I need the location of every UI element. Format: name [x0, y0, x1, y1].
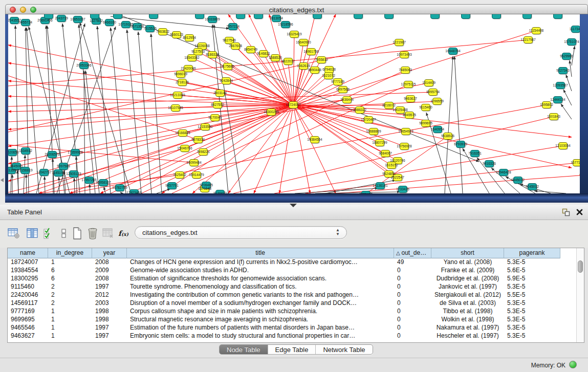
graph-node-label: 7625402: [173, 173, 186, 177]
table-settings-button[interactable]: [6, 225, 21, 242]
graph-node-label: 15751074: [564, 40, 579, 43]
table-row[interactable]: 1938455462009Genome-wide association stu…: [8, 267, 576, 275]
tab-edge-table[interactable]: Edge Table: [268, 345, 316, 355]
network-canvas[interactable]: 2043557945572420691406204371910653287132…: [8, 14, 580, 193]
graph-node-label: 9529966: [560, 54, 573, 58]
column-header-in_degree[interactable]: in_degree: [48, 248, 92, 258]
tab-network-table[interactable]: Network Table: [316, 345, 372, 355]
graph-node[interactable]: [554, 14, 562, 19]
graph-node[interactable]: [45, 14, 53, 19]
graph-node-label: 14136141: [373, 184, 388, 187]
column-header-pagerank[interactable]: pagerank: [504, 248, 560, 258]
graph-node[interactable]: [236, 14, 245, 19]
table-cell-name: 9115460: [8, 283, 48, 291]
table-cell-short: Wolkin et al. (1998): [431, 316, 504, 324]
graph-node-label: 9896019: [174, 72, 187, 76]
table-panel-titlebar[interactable]: Table Panel: [0, 205, 588, 220]
panel-divider-grip[interactable]: [290, 204, 297, 207]
graph-node-label: 2867608: [229, 44, 242, 48]
column-header-title[interactable]: title: [127, 248, 394, 258]
select-rows-button[interactable]: [41, 225, 56, 242]
column-header-name[interactable]: name: [8, 248, 48, 258]
graph-node-label: 1096559: [430, 99, 444, 103]
graph-node-label: 9538926: [441, 134, 454, 138]
table-row[interactable]: 946362711997Embryonic stem cells: a mode…: [8, 332, 576, 340]
graph-node[interactable]: [149, 14, 158, 19]
table-selector-dropdown[interactable]: citations_edges.txt ▲▼: [135, 226, 347, 239]
graph-node-label: 19756928: [397, 144, 412, 148]
memory-status-indicator[interactable]: [569, 361, 577, 368]
graph-node-label: 16958107: [96, 181, 111, 184]
graph-node[interactable]: [195, 14, 204, 19]
table-cell-short: de Silva et al. (2003): [431, 299, 504, 308]
panel-resize-arrow-icon[interactable]: [1, 178, 4, 182]
graph-node-label: 9313594: [8, 168, 18, 172]
table-row[interactable]: 1456911722003Disruption of a novel membe…: [8, 299, 576, 308]
graph-node[interactable]: [114, 14, 122, 19]
graph-node-label: 1362615: [297, 64, 310, 68]
table-cell-pagerank: 5.3E-5: [504, 332, 560, 340]
table-cell-out_de: 0: [394, 275, 431, 283]
table-cell-pagerank: 5.3E-5: [504, 316, 560, 324]
graph-node[interactable]: [462, 14, 470, 19]
graph-node-label: 1221987: [393, 40, 406, 44]
table-columns-button[interactable]: [25, 225, 40, 242]
table-cell-year: 2008: [92, 275, 127, 283]
table-cell-name: 18300295: [8, 275, 48, 283]
table-row[interactable]: 1830029562008Estimation of significance …: [8, 275, 576, 283]
graph-node-label: 18300295: [264, 110, 279, 114]
function-builder-button[interactable]: f(x): [116, 225, 131, 242]
column-header-short[interactable]: short: [431, 248, 504, 258]
graph-node[interactable]: [385, 14, 394, 19]
table-cell-title: Embryonic stem cells: a model to study s…: [127, 332, 394, 340]
table-row[interactable]: 911546021997Tourette syndrome. Phenomeno…: [8, 283, 576, 291]
close-panel-icon[interactable]: [576, 208, 583, 216]
network-window-title: citations_edges.txt: [6, 6, 587, 14]
table-row[interactable]: 1872400712008Changes of HCN gene express…: [8, 258, 576, 267]
graph-node[interactable]: [313, 14, 322, 19]
table-row[interactable]: 977716911998Corpus callosum shape and si…: [8, 308, 576, 316]
graph-node-label: 18724007: [286, 103, 301, 106]
column-header-out_de[interactable]: △ out_de…: [394, 248, 431, 258]
graph-node-label: 20206576: [45, 152, 60, 156]
column-header-year[interactable]: year: [92, 248, 127, 258]
graph-node-label: 9463627: [404, 97, 417, 100]
graph-node-label: 20691406: [37, 18, 53, 22]
table-vertical-scrollbar[interactable]: [576, 248, 584, 342]
graph-node-label: 7986322: [353, 108, 366, 112]
graph-node[interactable]: [523, 14, 532, 19]
graph-node-label: 6771342: [579, 173, 580, 177]
table-row[interactable]: 969969511998Structural magnetic resonanc…: [8, 316, 576, 324]
delete-row-trash-button[interactable]: [85, 225, 100, 242]
network-window-titlebar[interactable]: citations_edges.txt: [5, 4, 588, 14]
graph-node-label: 22420046: [181, 67, 196, 70]
tab-node-table[interactable]: Node Table: [220, 345, 268, 355]
graph-node-label: 9416326: [483, 162, 496, 165]
graph-node-label: 9684067: [379, 151, 392, 155]
graph-node-label: 9175685: [221, 64, 234, 68]
graph-node[interactable]: [431, 14, 440, 19]
table-cell-title: Structural magnetic resonance image aver…: [127, 316, 394, 324]
table-cell-in_degree: 1: [48, 258, 92, 267]
table-cell-pagerank: 5.6E-5: [504, 267, 560, 275]
graph-node-label: 1621072: [322, 74, 335, 77]
new-file-button[interactable]: [70, 225, 85, 242]
graph-node[interactable]: [354, 14, 363, 19]
graph-node-label: 9777169: [331, 80, 344, 83]
float-panel-icon[interactable]: [562, 208, 570, 216]
graph-node[interactable]: [91, 14, 99, 19]
graph-node-label: 12213389: [170, 93, 185, 97]
table-cell-title: Corpus callosum shape and size in male p…: [127, 308, 394, 316]
graph-node-label: 1117344: [570, 27, 580, 31]
graph-node[interactable]: [254, 14, 263, 19]
graph-node-label: 1534912: [19, 149, 32, 152]
table-cell-name: 19384554: [8, 267, 48, 275]
table-row[interactable]: 2242004622012Investigating the contribut…: [8, 291, 576, 299]
graph-node-label: 12975115: [401, 82, 416, 86]
scrollbar-thumb[interactable]: [578, 260, 583, 273]
graph-node-label: 1733426: [396, 187, 409, 191]
table-row[interactable]: 946554611997Estimation of the future num…: [8, 324, 576, 332]
table-header-row: namein_degreeyeartitle△ out_de…shortpage…: [8, 248, 584, 258]
graph-node[interactable]: [492, 14, 501, 19]
network-window: citations_edges.txt 20435579455724206914…: [5, 4, 588, 203]
